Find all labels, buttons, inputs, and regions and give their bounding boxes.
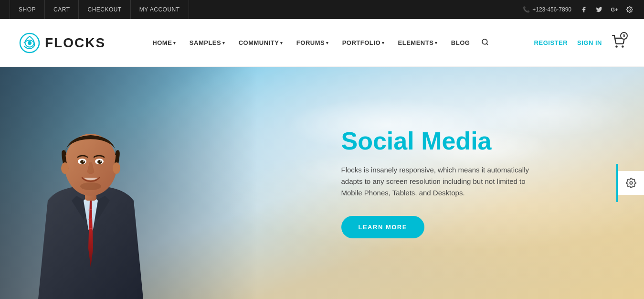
search-icon <box>481 38 489 46</box>
svg-point-19 <box>61 162 69 174</box>
hero-person <box>0 67 181 299</box>
top-bar-right: 📞 +123-456-7890 G+ <box>523 5 634 14</box>
learn-more-button[interactable]: LEARN MORE <box>341 216 424 238</box>
svg-point-2 <box>28 41 32 45</box>
chevron-down-icon: ▾ <box>435 41 438 45</box>
phone-number: 📞 +123-456-7890 <box>523 6 571 13</box>
nav-home[interactable]: HOME ▾ <box>147 35 182 50</box>
chevron-down-icon: ▾ <box>173 41 176 45</box>
chevron-down-icon: ▾ <box>222 41 225 45</box>
svg-point-22 <box>630 182 633 184</box>
search-button[interactable] <box>477 34 493 52</box>
hero-content: Social Media Flocks is insanely responsi… <box>322 128 561 238</box>
topbar-shop[interactable]: SHOP <box>10 0 45 19</box>
svg-point-5 <box>616 46 617 47</box>
svg-point-17 <box>83 160 84 162</box>
twitter-icon[interactable] <box>594 5 604 14</box>
header-right: REGISTER SIGN IN 0 <box>534 35 625 51</box>
logo[interactable]: FLOCKS <box>19 32 106 53</box>
nav-forums[interactable]: FORUMS ▾ <box>291 35 335 50</box>
facebook-icon[interactable] <box>579 5 589 14</box>
svg-point-6 <box>622 46 623 47</box>
topbar-cart[interactable]: CART <box>45 0 79 19</box>
signin-button[interactable]: SIGN IN <box>577 39 602 46</box>
hero-section: Social Media Flocks is insanely responsi… <box>0 67 644 299</box>
hero-title: Social Media <box>341 128 542 155</box>
svg-point-0 <box>629 9 631 11</box>
top-bar-nav: SHOP CART CHECKOUT MY ACCOUNT <box>10 0 189 19</box>
person-illustration <box>10 67 172 299</box>
main-nav: HOME ▾ SAMPLES ▾ COMMUNITY ▾ FORUMS ▾ PO… <box>147 34 493 52</box>
svg-point-21 <box>80 182 101 190</box>
cart-button[interactable]: 0 <box>612 35 625 51</box>
settings-panel[interactable] <box>618 171 644 195</box>
chevron-down-icon: ▾ <box>280 41 283 45</box>
chevron-down-icon: ▾ <box>326 41 329 45</box>
top-bar: SHOP CART CHECKOUT MY ACCOUNT 📞 +123-456… <box>0 0 644 19</box>
topbar-checkout[interactable]: CHECKOUT <box>79 0 130 19</box>
svg-point-18 <box>100 160 102 162</box>
phone-icon: 📞 <box>523 6 530 13</box>
nav-blog[interactable]: BLOG <box>445 35 476 50</box>
svg-point-3 <box>482 39 487 44</box>
logo-icon <box>19 32 40 53</box>
nav-elements[interactable]: ELEMENTS ▾ <box>392 35 443 50</box>
slider-indicator <box>616 164 618 202</box>
logo-text: FLOCKS <box>45 35 106 51</box>
cart-count: 0 <box>620 32 628 40</box>
header: FLOCKS HOME ▾ SAMPLES ▾ COMMUNITY ▾ FORU… <box>0 19 644 67</box>
svg-line-4 <box>486 43 488 45</box>
settings-icon-top[interactable] <box>625 5 634 14</box>
hero-description: Flocks is insanely responsive, which mea… <box>341 164 542 199</box>
google-plus-icon[interactable]: G+ <box>610 5 619 14</box>
topbar-my-account[interactable]: MY ACCOUNT <box>131 0 189 19</box>
svg-point-20 <box>113 162 120 174</box>
nav-samples[interactable]: SAMPLES ▾ <box>184 35 231 50</box>
gear-icon <box>626 178 636 188</box>
social-icons: G+ <box>579 5 634 14</box>
nav-portfolio[interactable]: PORTFOLIO ▾ <box>337 35 391 50</box>
chevron-down-icon: ▾ <box>382 41 385 45</box>
register-button[interactable]: REGISTER <box>534 39 568 46</box>
nav-community[interactable]: COMMUNITY ▾ <box>233 35 289 50</box>
